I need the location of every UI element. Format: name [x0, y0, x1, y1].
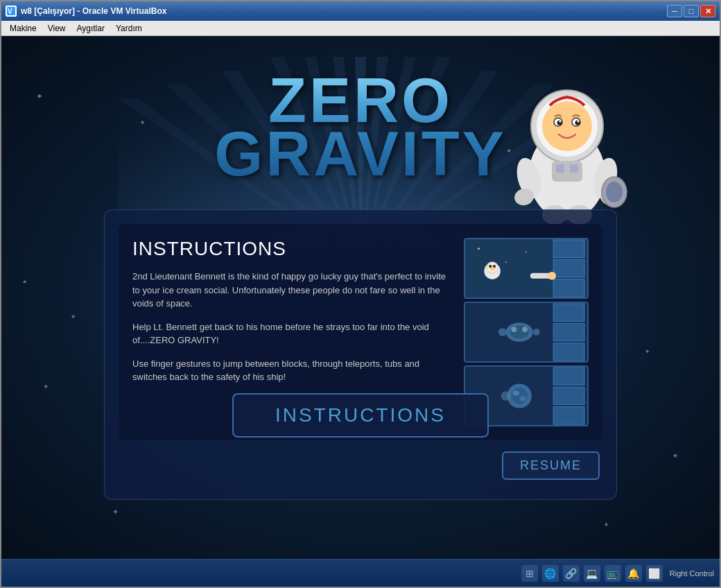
svg-point-50 [548, 272, 556, 280]
minimize-button[interactable]: ─ [667, 5, 682, 17]
svg-rect-39 [553, 259, 584, 277]
svg-point-68 [519, 396, 526, 401]
instructions-heading: INSTRUCTIONS [132, 238, 453, 260]
svg-point-57 [511, 327, 516, 332]
svg-point-49 [493, 265, 496, 268]
window-controls: ─ □ ✕ [667, 5, 715, 17]
svg-rect-32 [570, 164, 578, 173]
deco-star-10: ★ [672, 452, 678, 459]
deco-star-9: ✦ [43, 383, 49, 390]
svg-rect-53 [553, 323, 584, 340]
menu-bar: Makine View Aygıtlar Yardım [1, 21, 720, 36]
window-icon: V [6, 6, 17, 17]
svg-point-36 [606, 182, 623, 202]
svg-point-48 [489, 265, 492, 268]
menu-yardim[interactable]: Yardım [110, 22, 148, 35]
instructions-para3: Use finger gestures to jump between bloc… [132, 357, 453, 384]
deco-star-7: ★ [604, 521, 609, 528]
taskbar: ⊞ 🌐 🔗 💻 📺 🔔 ⬜ Right Control [1, 559, 720, 587]
svg-point-59 [498, 328, 507, 336]
svg-point-67 [512, 390, 519, 396]
menu-view[interactable]: View [42, 22, 71, 35]
svg-rect-38 [553, 240, 584, 257]
svg-point-43 [525, 252, 527, 253]
svg-text:V: V [8, 8, 12, 15]
svg-point-66 [511, 388, 527, 404]
taskbar-right-control-text: Right Control [670, 569, 714, 578]
game-area: ✦ ★ ✦ ★ ✦ ✦ ★ ★ ✦ ★ ZERO GRAVITY [1, 36, 720, 559]
menu-aygitlar[interactable]: Aygıtlar [71, 22, 110, 35]
svg-rect-54 [553, 343, 584, 361]
svg-point-25 [577, 121, 580, 123]
svg-rect-31 [556, 164, 564, 173]
svg-point-42 [505, 261, 507, 263]
svg-point-19 [542, 101, 592, 151]
main-panel: INSTRUCTIONS 2nd Lieutenant Bennett is t… [104, 209, 617, 500]
maximize-button[interactable]: □ [684, 5, 699, 17]
deco-star-4: ★ [71, 313, 76, 320]
svg-point-60 [533, 329, 540, 336]
taskbar-icon-5[interactable]: 📺 [605, 565, 621, 582]
close-button[interactable]: ✕ [700, 5, 715, 17]
taskbar-icon-2[interactable]: 🌐 [542, 565, 559, 582]
screenshot-2 [464, 302, 589, 363]
deco-star-6: ✦ [112, 508, 119, 517]
astronaut-character [498, 64, 636, 230]
svg-rect-52 [553, 304, 584, 321]
svg-point-24 [559, 121, 562, 123]
window-title: w8 [Çalışıyor] - Oracle VM VirtualBox [21, 6, 167, 16]
svg-point-41 [478, 248, 480, 250]
svg-point-58 [522, 327, 528, 332]
screenshot-1 [464, 238, 589, 299]
taskbar-icon-4[interactable]: 💻 [584, 565, 600, 582]
instructions-button[interactable]: INSTRUCTIONS [232, 393, 489, 438]
title-bar: V w8 [Çalışıyor] - Oracle VM VirtualBox … [1, 1, 720, 21]
menu-makine[interactable]: Makine [4, 22, 42, 35]
taskbar-icon-3[interactable]: 🔗 [563, 565, 580, 582]
instructions-button-area: INSTRUCTIONS [232, 393, 489, 438]
deco-star-5: ✦ [645, 348, 650, 355]
resume-area: RESUME [119, 451, 602, 480]
svg-rect-62 [553, 368, 584, 385]
resume-button[interactable]: RESUME [502, 451, 600, 480]
svg-rect-40 [553, 279, 584, 297]
svg-rect-63 [553, 387, 584, 404]
instructions-para2: Help Lt. Bennett get back to his home be… [132, 320, 453, 347]
svg-point-69 [501, 391, 511, 401]
taskbar-icon-vbox[interactable]: ⬜ [646, 565, 663, 582]
deco-star-1: ✦ [36, 92, 43, 101]
taskbar-icon-6[interactable]: 🔔 [625, 565, 642, 582]
deco-star-8: ★ [22, 279, 27, 285]
svg-rect-64 [553, 407, 584, 424]
instructions-para1: 2nd Lieutenant Bennett is the kind of ha… [132, 270, 453, 311]
taskbar-icon-1[interactable]: ⊞ [521, 565, 538, 582]
